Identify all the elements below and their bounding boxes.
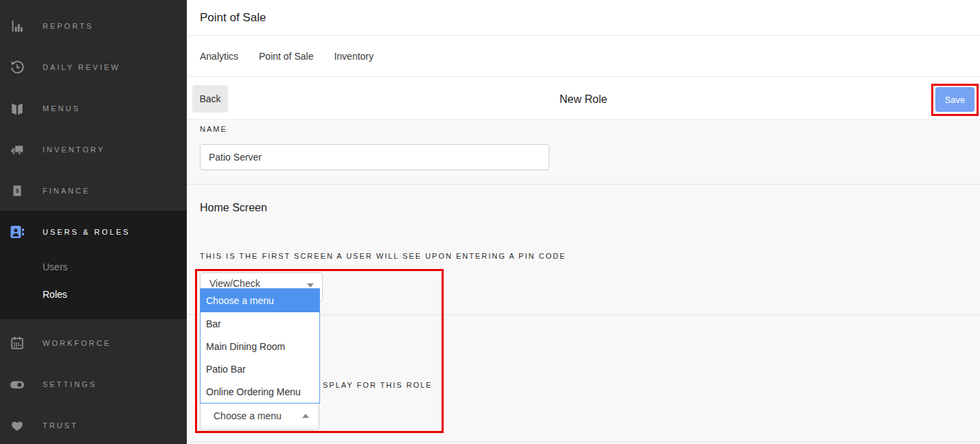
sidebar: REPORTS DAILY REVIEW MENUS — [0, 0, 187, 444]
chevron-down-icon — [307, 283, 314, 288]
toggle-icon — [9, 376, 25, 393]
sidebar-item-daily-review[interactable]: DAILY REVIEW — [0, 47, 187, 88]
sidebar-subitem-roles[interactable]: Roles — [0, 285, 187, 304]
tab-inventory[interactable]: Inventory — [334, 51, 374, 62]
role-title: New Role — [187, 93, 980, 106]
divider — [187, 441, 980, 442]
receipt-icon: $ — [9, 183, 25, 199]
dropdown-option-choose-a-menu[interactable]: Choose a menu — [201, 289, 319, 312]
page-title: Point of Sale — [200, 11, 266, 25]
chevron-up-icon — [302, 414, 309, 418]
dropdown-option-bar[interactable]: Bar — [201, 312, 319, 335]
dropdown-option-online-ordering-menu[interactable]: Online Ordering Menu — [201, 380, 319, 403]
role-name-input[interactable] — [200, 144, 549, 170]
dropdown-option-patio-bar[interactable]: Patio Bar — [201, 358, 319, 380]
home-screen-heading: Home Screen — [200, 202, 267, 214]
menus-select[interactable]: Choose a menu — [200, 401, 319, 430]
heart-icon — [9, 417, 25, 434]
sidebar-item-label: WORKFORCE — [43, 339, 111, 347]
save-button[interactable]: Save — [935, 87, 975, 112]
page-header: Point of Sale — [187, 0, 980, 36]
sidebar-subitem-label: Users — [43, 261, 68, 272]
divider — [187, 184, 980, 185]
pin-code-hint: THIS IS THE FIRST SCREEN A USER WILL SEE… — [200, 252, 566, 260]
sidebar-item-trust[interactable]: TRUST — [0, 405, 187, 444]
sidebar-item-label: FINANCE — [43, 187, 90, 195]
sidebar-item-finance[interactable]: $ FINANCE — [0, 170, 187, 211]
menus-select-value: Choose a menu — [214, 410, 282, 421]
sidebar-item-settings[interactable]: SETTINGS — [0, 364, 187, 405]
sidebar-item-label: USERS & ROLES — [43, 228, 130, 236]
sidebar-item-reports[interactable]: REPORTS — [0, 5, 187, 47]
bar-chart-icon — [9, 18, 25, 34]
sidebar-subitem-users[interactable]: Users — [0, 257, 187, 277]
tab-analytics[interactable]: Analytics — [200, 51, 238, 62]
tab-point-of-sale[interactable]: Point of Sale — [259, 51, 313, 62]
sidebar-item-label: REPORTS — [43, 22, 93, 30]
sidebar-subitem-label: Roles — [43, 289, 67, 300]
menus-display-hint-partial: SPLAY FOR THIS ROLE — [323, 381, 433, 389]
svg-text:$: $ — [15, 187, 19, 194]
sidebar-item-label: TRUST — [43, 421, 78, 430]
sidebar-item-workforce[interactable]: WORKFORCE — [0, 323, 187, 364]
calendar-icon — [9, 335, 25, 351]
menu-dropdown-list: Choose a menu Bar Main Dining Room Patio… — [200, 288, 320, 404]
sidebar-item-menus[interactable]: MENUS — [0, 88, 187, 129]
sidebar-item-label: INVENTORY — [43, 145, 105, 154]
sidebar-item-label: MENUS — [43, 104, 80, 113]
home-screen-select-value: View/Check — [209, 278, 260, 289]
sidebar-item-label: DAILY REVIEW — [43, 63, 120, 71]
contact-card-icon — [9, 224, 25, 240]
name-label: NAME — [200, 125, 227, 133]
sidebar-item-users-and-roles[interactable]: USERS & ROLES — [0, 211, 187, 253]
sidebar-item-label: SETTINGS — [43, 380, 97, 388]
history-icon — [9, 59, 25, 75]
sidebar-item-inventory[interactable]: INVENTORY — [0, 129, 187, 170]
dropdown-option-main-dining-room[interactable]: Main Dining Room — [201, 335, 319, 358]
tab-bar: Analytics Point of Sale Inventory — [187, 36, 980, 77]
open-book-icon — [9, 100, 25, 117]
truck-icon — [9, 141, 25, 158]
